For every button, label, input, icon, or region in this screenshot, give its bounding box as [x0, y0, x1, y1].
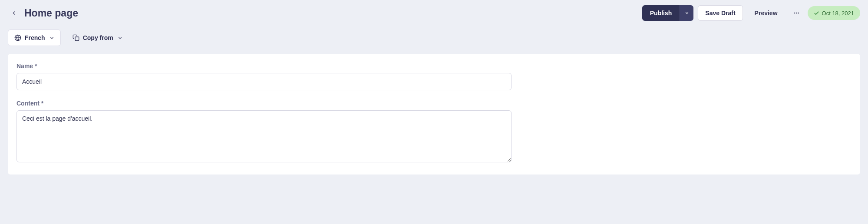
publish-button[interactable]: Publish — [642, 5, 680, 21]
publish-split-button: Publish — [642, 5, 694, 21]
status-badge: Oct 18, 2021 — [808, 6, 860, 20]
chevron-left-icon — [11, 10, 17, 16]
preview-button[interactable]: Preview — [747, 5, 785, 21]
back-button[interactable] — [8, 7, 20, 19]
ellipsis-icon — [793, 10, 800, 16]
publish-dropdown-toggle[interactable] — [680, 5, 693, 21]
copy-from-label: Copy from — [83, 34, 113, 41]
name-label: Name * — [17, 63, 851, 69]
check-icon — [814, 10, 819, 16]
header: Home page Publish Save Draft Preview Oct… — [0, 0, 868, 23]
content-field: Content * — [17, 100, 851, 164]
more-actions-button[interactable] — [789, 6, 803, 20]
globe-icon — [14, 34, 21, 41]
content-label: Content * — [17, 100, 851, 107]
content-textarea[interactable] — [17, 110, 512, 162]
name-input[interactable] — [17, 73, 512, 90]
name-field: Name * — [17, 63, 851, 90]
header-actions: Publish Save Draft Preview Oct 18, 2021 — [642, 5, 860, 21]
copy-from-selector[interactable]: Copy from — [66, 30, 129, 46]
language-selector-label: French — [25, 34, 45, 41]
language-selector[interactable]: French — [8, 30, 61, 46]
form-panel: Name * Content * — [8, 54, 860, 175]
chevron-down-icon — [50, 36, 54, 40]
copy-icon — [73, 34, 79, 41]
svg-point-1 — [795, 13, 797, 14]
svg-point-2 — [798, 13, 799, 14]
svg-point-0 — [794, 13, 795, 14]
page-title: Home page — [24, 7, 78, 19]
chevron-down-icon — [118, 36, 122, 40]
svg-rect-5 — [75, 37, 79, 41]
toolbar: French Copy from — [0, 23, 868, 54]
status-date-text: Oct 18, 2021 — [822, 10, 854, 16]
chevron-down-icon — [685, 11, 689, 15]
save-draft-button[interactable]: Save Draft — [698, 5, 743, 21]
